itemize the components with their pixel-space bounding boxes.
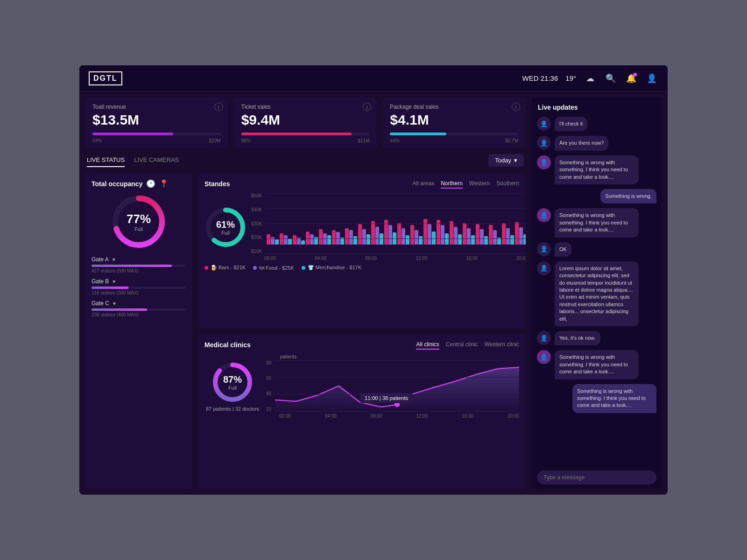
tab-southern[interactable]: Southern xyxy=(496,179,519,189)
bubble-6: OK xyxy=(555,242,571,257)
medical-panel: Medical clinics All clinics Central clin… xyxy=(198,334,526,489)
kpi-info-1[interactable]: i xyxy=(363,103,371,111)
kpi-label-0: Toatl revenue xyxy=(92,104,221,110)
gate-a: Gate A ▼ 427 visitors (500 MAX) xyxy=(92,256,186,273)
tab-all-clinics[interactable]: All clinics xyxy=(416,340,439,350)
occupancy-sub: Full xyxy=(127,226,151,232)
user-icon[interactable]: 👤 xyxy=(645,72,658,85)
legend-bars: 🍺 Bars - $21K xyxy=(211,265,246,271)
bubble-8: Yes, it's ok now. xyxy=(555,331,600,345)
notification-icon[interactable]: 🔔 xyxy=(625,72,638,85)
kpi-card-1: i Ticket sales $9.4M 86% $11M xyxy=(234,97,377,148)
msg-6: 👤 OK xyxy=(537,242,656,257)
tab-western[interactable]: Western xyxy=(469,179,490,189)
kpi-label-2: Package deal sales xyxy=(390,104,518,110)
standes-donut-label: 61% Full xyxy=(216,219,235,235)
kpi-card-2: i Package deal sales $4.1M 44% $5.7M xyxy=(382,97,526,148)
bubble-9: Something is wrong with something. I thi… xyxy=(555,350,639,379)
tabs-row: LIVE STATUS LIVE CAMERAS Today ▾ xyxy=(85,154,526,167)
chart-panels: Standes All areas Northern Western South… xyxy=(198,173,526,489)
message-input[interactable] xyxy=(537,470,656,484)
medical-stats: 87 patients | 32 doctors xyxy=(206,406,259,412)
kpi-max-label-0: $19M xyxy=(209,138,221,143)
gate-c-visitors: 236 visitors (400 MAX) xyxy=(92,312,186,317)
clock-icon[interactable]: 🕐 xyxy=(146,179,155,188)
occupancy-title: Total occupancy 🕐 📍 xyxy=(92,179,186,188)
occupancy-pct: 77% xyxy=(127,212,151,226)
kpi-pct-label-0: 63% xyxy=(92,138,102,143)
search-icon[interactable]: 🔍 xyxy=(604,72,617,85)
standes-pct: 61% xyxy=(216,219,235,230)
medical-chart: patients 80604020 xyxy=(266,354,519,419)
location-icon[interactable]: 📍 xyxy=(159,179,169,188)
msg-3: 👤 Something is wrong with something. I t… xyxy=(537,155,656,184)
kpi-row: i Toatl revenue $13.5M 63% $19M i Ticket… xyxy=(85,97,526,148)
tab-live-status[interactable]: LIVE STATUS xyxy=(87,154,125,167)
kpi-info-0[interactable]: i xyxy=(214,103,223,111)
avatar-6: 👤 xyxy=(537,242,551,256)
live-updates-panel: Live updates 👤 I'll check it 👤 Are you t… xyxy=(531,97,662,489)
bubble-10: Something is wrong with something. I thi… xyxy=(572,384,656,413)
main-layout: i Toatl revenue $13.5M 63% $19M i Ticket… xyxy=(79,91,668,495)
standes-donut-container: 61% Full xyxy=(204,193,247,261)
bubble-4: Something is wrong. xyxy=(600,189,656,203)
medical-sub: Full xyxy=(223,385,242,391)
bubble-7: Lorem ipsum dolor sit amet, consectetur … xyxy=(555,261,639,326)
app-container: DGTL WED 21:36 19° ☁ 🔍 🔔 👤 i Toatl reven… xyxy=(79,65,668,495)
header-temp: 19° xyxy=(565,74,576,82)
standes-legend: 🍺 Bars - $21K 🍽 Food - $25K 👕 Merchandis… xyxy=(204,265,519,271)
tab-western-clinic[interactable]: Western clinic xyxy=(485,340,519,350)
weather-icon[interactable]: ☁ xyxy=(584,72,597,85)
avatar-7: 👤 xyxy=(537,261,551,275)
avatar-8: 👤 xyxy=(537,331,551,345)
kpi-info-2[interactable]: i xyxy=(512,103,520,111)
gate-b: Gate B ▼ 116 visitors (300 MAX) xyxy=(92,278,186,295)
date-dropdown[interactable]: Today ▾ xyxy=(488,154,524,167)
avatar-3: 👤 xyxy=(537,155,551,169)
standes-sub: Full xyxy=(216,230,235,235)
tab-live-cameras[interactable]: LIVE CAMERAS xyxy=(134,154,179,167)
medical-header: Medical clinics All clinics Central clin… xyxy=(204,340,519,350)
standes-title: Standes xyxy=(204,180,230,188)
medical-row: 87% Full 87 patients | 32 doctors patien… xyxy=(204,354,519,419)
avatar-9: 👤 xyxy=(537,350,551,364)
medical-donut: 87% Full xyxy=(211,361,254,403)
occupancy-donut-container: 77% Full xyxy=(92,194,186,250)
kpi-card-0: i Toatl revenue $13.5M 63% $19M xyxy=(85,97,228,148)
medical-pct: 87% xyxy=(223,374,242,385)
medical-y-axis: 80604020 xyxy=(266,360,273,412)
bubble-5: Something is wrong with something. I thi… xyxy=(555,208,639,237)
kpi-value-2: $4.1M xyxy=(390,112,518,128)
gate-a-label: Gate A xyxy=(92,256,109,263)
live-updates-title: Live updates xyxy=(531,97,662,115)
bubble-2: Are you there now? xyxy=(555,136,608,150)
header: DGTL WED 21:36 19° ☁ 🔍 🔔 👤 xyxy=(79,65,668,91)
tab-northern[interactable]: Northern xyxy=(441,179,463,189)
legend-food: 🍽 Food - $25K xyxy=(259,265,294,271)
standes-header: Standes All areas Northern Western South… xyxy=(204,179,519,189)
kpi-value-0: $13.5M xyxy=(92,112,221,128)
bubble-3: Something is wrong with something. I thi… xyxy=(555,155,639,184)
avatar-2: 👤 xyxy=(537,136,551,150)
standes-bar-chart xyxy=(266,193,526,254)
msg-10: Something is wrong with something. I thi… xyxy=(537,384,656,413)
standes-y-axis: $50K$40K$30K$20K$10K xyxy=(251,193,264,254)
occupancy-panel: Total occupancy 🕐 📍 xyxy=(85,173,192,489)
kpi-max-label-2: $5.7M xyxy=(505,138,518,143)
medical-donut-container: 87% Full 87 patients | 32 doctors xyxy=(204,354,261,419)
msg-2: 👤 Are you there now? xyxy=(537,136,656,150)
kpi-value-1: $9.4M xyxy=(241,112,370,128)
kpi-pct-label-2: 44% xyxy=(390,138,399,143)
avatar-5: 👤 xyxy=(537,208,551,222)
tab-central-clinic[interactable]: Central clinic xyxy=(446,340,478,350)
gate-c-label: Gate C xyxy=(92,300,109,307)
avatar-1: 👤 xyxy=(537,117,551,131)
medical-donut-label: 87% Full xyxy=(223,374,242,391)
tab-all-areas[interactable]: All areas xyxy=(412,179,434,189)
messages-area: 👤 I'll check it 👤 Are you there now? 👤 S… xyxy=(531,115,662,466)
msg-5: 👤 Something is wrong with something. I t… xyxy=(537,208,656,237)
standes-x-axis: 00:0004:0008:0012:0016:0020:00 xyxy=(251,254,526,261)
header-right: WED 21:36 19° ☁ 🔍 🔔 👤 xyxy=(522,72,658,85)
legend-merch: 👕 Merchandise - $17K xyxy=(308,265,362,271)
medical-title: Medical clinics xyxy=(204,341,251,349)
